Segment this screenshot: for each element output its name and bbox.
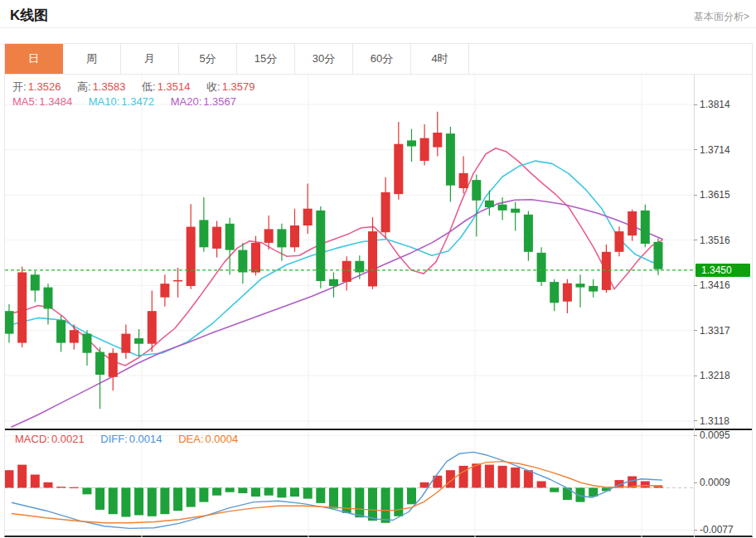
y-axis-label: -0.0077 — [694, 523, 734, 536]
macd-readout: MACD:0.0021 DIFF:0.0014 DEA:0.0004 — [15, 433, 240, 445]
price-axis: 1.38141.37141.36151.35161.34161.33171.32… — [694, 75, 752, 429]
y-axis-label: 0.0095 — [694, 429, 730, 442]
low-value: 1.3514 — [158, 80, 191, 93]
axis-tick — [694, 482, 697, 483]
y-axis-label: 1.3118 — [694, 414, 729, 428]
axis-tick — [694, 104, 697, 105]
axis-tick — [694, 420, 697, 421]
y-axis-label: 1.3317 — [694, 324, 730, 337]
macd-plot[interactable] — [5, 430, 694, 537]
close-value: 1.3579 — [222, 80, 255, 93]
low-label: 低: — [142, 80, 156, 93]
candlestick-plot[interactable] — [5, 75, 694, 429]
tab-5min[interactable]: 5分 — [179, 44, 237, 74]
open-value: 1.3526 — [28, 80, 61, 93]
candlestick-svg[interactable] — [5, 75, 694, 429]
y-axis-label: 1.3714 — [694, 143, 730, 157]
y-axis-label: 1.3218 — [694, 369, 730, 382]
current-price-badge: 1.3450 — [695, 264, 750, 277]
title-divider — [0, 27, 756, 28]
panel-divider — [5, 429, 752, 430]
axis-tick — [694, 195, 697, 196]
tab-30min[interactable]: 30分 — [295, 44, 353, 74]
topbar: K线图 基本面分析> — [0, 0, 756, 27]
ohlc-readout: 开:1.3526 高:1.3583 低:1.3514 收:1.3579 — [12, 80, 256, 95]
axis-tick — [694, 149, 697, 150]
macd-label: MACD: — [15, 433, 50, 445]
axis-tick — [694, 330, 697, 331]
tab-4hour[interactable]: 4时 — [411, 44, 469, 74]
axis-tick — [694, 435, 697, 436]
y-axis-label: 1.3516 — [694, 234, 730, 247]
kline-widget: 日 周 月 5分 15分 30分 60分 4时 1.38141.37141.36… — [4, 43, 753, 537]
diff-label: DIFF: — [100, 433, 128, 445]
open-label: 开: — [12, 80, 27, 93]
page-title: K线图 — [10, 6, 48, 25]
macd-value: 0.0021 — [51, 433, 85, 445]
ma5-value: 1.3484 — [39, 95, 72, 108]
macd-svg[interactable] — [5, 430, 694, 537]
chart-body: 1.38141.37141.36151.35161.34161.33171.32… — [5, 75, 752, 537]
tab-week[interactable]: 周 — [63, 44, 121, 74]
ma20-label: MA20: — [171, 95, 202, 108]
high-value: 1.3583 — [93, 80, 126, 93]
ma10-label: MA10: — [89, 95, 120, 108]
y-axis-label: 0.0009 — [694, 476, 730, 489]
high-label: 高: — [77, 80, 91, 93]
tab-day[interactable]: 日 — [5, 44, 63, 74]
period-tabs: 日 周 月 5分 15分 30分 60分 4时 — [5, 44, 752, 75]
ma20-value: 1.3567 — [203, 95, 236, 108]
axis-tick — [694, 240, 697, 240]
diff-value: 0.0014 — [129, 433, 162, 445]
y-axis-label: 1.3814 — [694, 98, 730, 111]
y-axis-label: 1.3615 — [694, 188, 730, 201]
close-label: 收: — [206, 80, 220, 93]
axis-tick — [694, 530, 697, 531]
tab-60min[interactable]: 60分 — [353, 44, 411, 74]
ma-readout: MA5:1.3484 MA10:1.3472 MA20:1.3567 — [12, 95, 238, 108]
tab-month[interactable]: 月 — [121, 44, 179, 74]
dea-value: 0.0004 — [206, 433, 239, 445]
ma10-value: 1.3472 — [121, 95, 154, 108]
axis-tick — [694, 376, 697, 376]
tab-15min[interactable]: 15分 — [237, 44, 295, 74]
axis-tick — [694, 285, 697, 286]
ma5-label: MA5: — [12, 95, 37, 108]
fundamental-analysis-link[interactable]: 基本面分析> — [694, 10, 749, 24]
macd-axis: 0.00950.0009-0.0077 — [694, 430, 752, 537]
kline-page: K线图 基本面分析> 日 周 月 5分 15分 30分 60分 4时 1.381… — [0, 0, 756, 538]
dea-label: DEA: — [178, 433, 203, 445]
y-axis-label: 1.3416 — [694, 279, 730, 292]
